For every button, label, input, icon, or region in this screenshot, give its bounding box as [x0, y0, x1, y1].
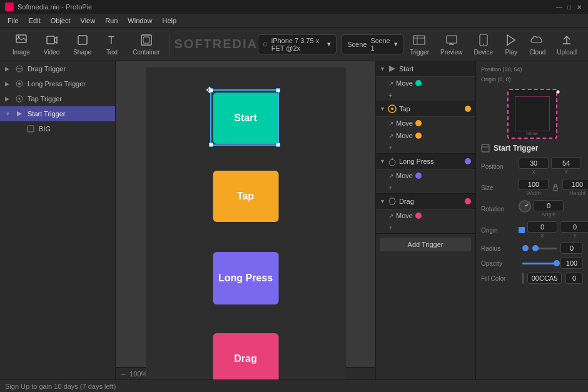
position-y-label: Y	[564, 169, 568, 175]
radius-slider[interactable]	[532, 248, 557, 249]
tool-shape[interactable]: Shape	[67, 31, 98, 58]
sidebar-item-start-trigger[interactable]: ▼ Start Trigger	[0, 106, 115, 121]
sidebar-item-longpress-trigger[interactable]: ▶ Long Press Trigger	[0, 76, 115, 91]
tool-video[interactable]: Video	[38, 31, 66, 58]
statusbar: Sign Up to gain 10 days (7 days left)	[0, 379, 588, 392]
svg-point-25	[19, 98, 21, 100]
sel-handle-tr	[276, 88, 280, 93]
menu-edit[interactable]: Edit	[24, 14, 46, 28]
trigger-drag-add[interactable]: +	[376, 222, 475, 233]
size-width-label: Width	[526, 190, 540, 196]
trigger-longpress-move[interactable]: ↗ Move	[376, 169, 475, 182]
tool-text[interactable]: T Text	[99, 31, 125, 58]
preview-icon	[445, 33, 459, 47]
trigger-header-tap[interactable]: ▼ Tap	[376, 101, 475, 117]
image-icon	[14, 33, 28, 47]
sidebar-item-big[interactable]: BIG	[0, 121, 115, 136]
position-y-input[interactable]	[551, 158, 581, 169]
close-button[interactable]: ✕	[575, 3, 583, 11]
trigger-drag-move-label: Move	[396, 212, 413, 219]
position-x-input[interactable]	[519, 158, 549, 169]
longpress-move-dot	[415, 173, 422, 179]
trigger-header-drag[interactable]: ▼ Drag	[376, 194, 475, 209]
titlebar-left: Softmedia.nie - ProtoPie	[5, 3, 92, 11]
sidebar-item-drag-trigger[interactable]: ▶ Drag Trigger	[0, 61, 115, 76]
radius-thumb[interactable]	[532, 245, 539, 251]
preview-label: Preview	[440, 49, 463, 56]
trigger-header-longpress[interactable]: ▼ Long Press	[376, 154, 475, 169]
trigger-header-start[interactable]: ▼ Start	[376, 61, 475, 77]
trigger-start-move[interactable]: ↗ Move	[376, 77, 475, 89]
trigger-tap-move-2[interactable]: ↗ Move	[376, 129, 475, 142]
trigger-drag-move[interactable]: ↗ Move	[376, 209, 475, 222]
menu-view[interactable]: View	[76, 14, 101, 28]
fill-color-hex-input[interactable]	[527, 273, 562, 284]
expand-drag: ▼	[380, 198, 385, 204]
menu-help[interactable]: Help	[157, 14, 181, 28]
origin-xy: (0, 0)	[498, 76, 511, 83]
add-icon-start: +	[388, 91, 392, 99]
trigger-tap-add[interactable]: +	[376, 142, 475, 153]
maximize-button[interactable]: □	[565, 3, 573, 11]
rotation-dial[interactable]	[519, 200, 531, 213]
titlebar-controls[interactable]: — □ ✕	[555, 3, 583, 11]
triggers-panel: ▼ Start ↗ Move + ▼ Tap ↗ Mov	[375, 61, 475, 379]
canvas-btn-longpress[interactable]: Long Press	[213, 252, 278, 304]
svg-point-16	[483, 43, 484, 44]
svg-rect-6	[141, 35, 151, 45]
canvas-content[interactable]: Start ✥ Tap Long Press	[116, 61, 375, 367]
tool-image[interactable]: Image	[6, 31, 36, 58]
svg-rect-2	[47, 36, 54, 44]
radius-value-input[interactable]	[560, 243, 583, 254]
size-width-input[interactable]	[519, 179, 549, 190]
add-trigger-button[interactable]: Add Trigger	[380, 238, 471, 251]
opacity-slider[interactable]	[522, 263, 557, 264]
origin-x-input[interactable]	[527, 221, 557, 233]
canvas-btn-drag[interactable]: Drag	[213, 333, 278, 379]
trigger-tap-move-1[interactable]: ↗ Move	[376, 117, 475, 129]
preview-handle	[556, 90, 560, 94]
trigger-tap-move-label-2: Move	[396, 132, 413, 139]
rotation-input[interactable]	[534, 200, 564, 211]
tap-trigger-icon	[15, 94, 24, 103]
trigger-tool-button[interactable]: Trigger	[405, 31, 434, 58]
canvas-btn-tap[interactable]: Tap	[213, 171, 278, 222]
expand-icon-3: ▶	[5, 96, 11, 102]
menubar: File Edit Object View Run Window Help	[0, 14, 588, 28]
sidebar-item-tap-trigger[interactable]: ▶ Tap Trigger	[0, 91, 115, 106]
trigger-drag-label: Drag	[399, 198, 414, 205]
fill-color-box[interactable]	[522, 273, 524, 284]
trigger-longpress-add[interactable]: +	[376, 182, 475, 193]
longpress-trigger-icon-panel	[388, 157, 397, 166]
menu-object[interactable]: Object	[46, 14, 76, 28]
size-height-input[interactable]	[562, 179, 588, 190]
toolbar: Image Video Shape T Text Container SOFTR…	[0, 28, 588, 61]
fill-color-alpha-input[interactable]	[565, 273, 583, 284]
origin-x-label: X	[540, 233, 544, 239]
device-selector[interactable]: iPhone 7 3.75 x FET @2x ▾	[258, 34, 337, 54]
tool-container[interactable]: Container	[126, 31, 166, 58]
origin-y-input[interactable]	[560, 221, 588, 233]
opacity-value-input[interactable]	[560, 258, 583, 269]
play-button[interactable]: Play	[499, 31, 523, 58]
menu-window[interactable]: Window	[123, 14, 157, 28]
position-x-group: X	[519, 158, 549, 175]
canvas-inner[interactable]: Start ✥ Tap Long Press	[146, 68, 346, 379]
trigger-start-add[interactable]: +	[376, 89, 475, 101]
preview-button[interactable]: Preview	[435, 31, 468, 58]
upload-button[interactable]: Upload	[552, 31, 582, 58]
opacity-fill	[522, 263, 557, 264]
canvas-btn-longpress-label: Long Press	[218, 272, 273, 285]
zoom-out-button[interactable]: −	[121, 369, 126, 379]
menu-run[interactable]: Run	[100, 14, 123, 28]
drag-trigger-icon	[15, 64, 24, 73]
menu-file[interactable]: File	[3, 14, 24, 28]
minimize-button[interactable]: —	[555, 3, 563, 11]
cloud-button[interactable]: Cloud	[524, 31, 550, 58]
opacity-thumb[interactable]	[554, 260, 560, 266]
scene-selector[interactable]: Scene Scene 1 ▾	[342, 34, 403, 54]
canvas-btn-start[interactable]: Start	[213, 93, 278, 144]
svg-point-1	[18, 36, 19, 38]
svg-rect-9	[413, 36, 425, 44]
device-button[interactable]: Device	[469, 31, 499, 58]
